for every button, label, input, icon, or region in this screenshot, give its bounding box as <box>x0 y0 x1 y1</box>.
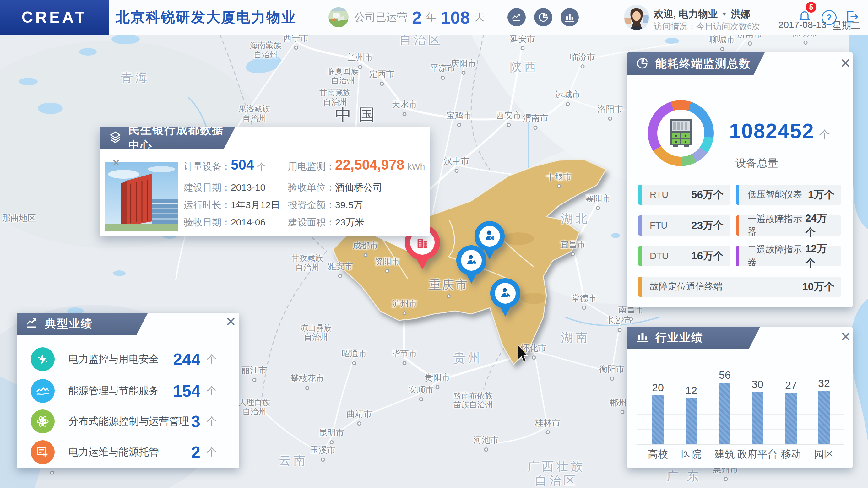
user-greeting[interactable]: 欢迎, 电力物业 ▼ 洪娜 <box>654 7 750 21</box>
map-label: 玉溪市 <box>310 445 336 462</box>
city-dot <box>580 64 584 68</box>
field-value: 504 <box>231 157 254 173</box>
bar-category-label: 建筑 <box>715 448 735 461</box>
map-label: 襄阳市 <box>585 194 611 210</box>
field-label: 运行时长： <box>184 199 231 212</box>
bar-value-label: 27 <box>785 379 797 391</box>
energy-item-value: 10万个 <box>802 280 834 294</box>
color-bar <box>736 185 739 205</box>
brand-logo[interactable]: CREAT <box>0 0 108 34</box>
energy-item-value: 12万个 <box>805 242 834 270</box>
performance-close-icon[interactable]: ✕ <box>225 315 236 329</box>
trend-line-icon <box>25 316 39 331</box>
performance-item-value: 244 <box>173 350 200 369</box>
city-dot <box>520 46 524 50</box>
energy-item-value: 16万个 <box>691 249 723 263</box>
map-label: 大理白族 自治州 <box>239 398 270 416</box>
chevron-down-icon[interactable]: ▼ <box>721 11 727 18</box>
user-name: 洪娜 <box>731 7 750 21</box>
device-total-label: 设备总量 <box>736 156 778 171</box>
trend-icon[interactable] <box>507 8 526 26</box>
field-label: 建设面积： <box>288 216 335 229</box>
operation-label: 公司已运营 <box>354 10 408 25</box>
color-bar <box>638 215 642 236</box>
map-label: 桂林市 <box>535 418 561 435</box>
field-label: 验收日期： <box>184 216 231 229</box>
energy-item[interactable]: FTU23万个 <box>638 215 731 236</box>
map-label: 河池市 <box>473 435 499 452</box>
energy-item[interactable]: 二遥故障指示器12万个 <box>736 246 841 266</box>
energy-item-label: 故障定位通信终端 <box>650 280 722 293</box>
energy-item[interactable]: 故障定位通信终端10万个 <box>638 277 841 297</box>
gridline <box>637 399 844 399</box>
energy-item[interactable]: 一遥故障指示器24万个 <box>736 215 841 236</box>
energy-item[interactable]: RTU56万个 <box>638 185 731 205</box>
visit-info: 访问情况：今日访问次数6次 <box>654 21 760 32</box>
map-label: 那曲地区 <box>2 214 36 223</box>
performance-item-unit: 个 <box>207 415 217 428</box>
map-label: 果洛藏族 自治州 <box>239 104 270 123</box>
map-label: 自治区 <box>399 34 443 47</box>
popup-field: 建设面积：23万米 <box>288 216 364 229</box>
company-thumbnail <box>329 7 349 27</box>
energy-item[interactable]: DTU16万个 <box>638 246 731 266</box>
map-label: 天水市 <box>392 100 417 116</box>
site-photo <box>105 162 178 231</box>
map-label: 安顺市 <box>408 385 434 401</box>
bar-value-label: 30 <box>751 378 764 390</box>
gridline <box>637 414 844 415</box>
performance-item[interactable]: 分布式能源控制与运营管理3个 <box>31 409 225 434</box>
map-label: 临汾市 <box>570 52 595 68</box>
city-dot <box>461 71 465 75</box>
map-label: 昆明市 <box>319 428 344 444</box>
color-bar <box>638 185 642 205</box>
operation-years: 2 <box>412 7 422 28</box>
performance-item-unit: 个 <box>207 352 217 366</box>
pie-chart-icon <box>636 57 649 71</box>
field-value: 1年3月12日 <box>231 199 280 212</box>
popup-field: 计量设备：504个 <box>184 157 266 173</box>
performance-item[interactable]: 电力监控与用电安全244个 <box>31 347 225 372</box>
site-pin-blue[interactable] <box>490 278 520 316</box>
site-info-popup: 民生银行成都数据中心 ✕ <box>99 127 430 236</box>
city-dot <box>506 123 510 127</box>
bar-value-label: 20 <box>652 382 664 394</box>
industry-close-icon[interactable]: ✕ <box>840 330 851 343</box>
map-label: 渭南市 <box>523 113 548 130</box>
map-label: 聊城市 <box>709 35 735 51</box>
wave-icon <box>31 379 55 403</box>
city-dot <box>455 169 459 173</box>
energy-item-label: FTU <box>650 220 667 231</box>
bar-category-label: 医院 <box>681 448 701 461</box>
city-dot <box>546 430 550 435</box>
popup-close-icon[interactable]: ✕ <box>112 157 120 168</box>
popup-ribbon: 民生银行成都数据中心 <box>99 127 235 149</box>
city-dot <box>571 252 575 256</box>
bar-category-label: 高校 <box>648 448 668 461</box>
performance-item[interactable]: 电力运维与能源托管2个 <box>31 440 225 465</box>
energy-close-icon[interactable]: ✕ <box>840 57 851 70</box>
energy-item-label: 二遥故障指示器 <box>747 243 805 269</box>
performance-item[interactable]: 能源管理与节能服务154个 <box>31 378 225 403</box>
city-dot <box>457 123 461 127</box>
map-label: 攀枝花市 <box>290 374 324 390</box>
map-label: 雅安市 <box>328 262 353 278</box>
city-dot <box>566 102 570 106</box>
map-label: 凉山彝族 自治州 <box>300 323 332 342</box>
city-dot <box>419 397 423 401</box>
city-dot <box>629 317 633 321</box>
field-unit: 个 <box>257 161 266 173</box>
bar-value-label: 12 <box>685 385 697 397</box>
map-label: 宝鸡市 <box>446 111 472 127</box>
user-avatar[interactable] <box>624 5 649 30</box>
bar <box>752 392 763 444</box>
bar-icon[interactable] <box>561 8 579 26</box>
energy-item[interactable]: 低压智能仪表1万个 <box>736 185 841 205</box>
energy-item-value: 1万个 <box>808 188 834 202</box>
industry-bar-chart: 20高校12医院56建筑30政府平台27移动32园区 <box>637 371 844 444</box>
pie-icon[interactable] <box>534 8 552 26</box>
city-dot <box>436 385 440 389</box>
site-pin-blue[interactable] <box>456 245 487 283</box>
energy-item-label: RTU <box>650 190 668 200</box>
field-label: 计量设备： <box>184 160 231 173</box>
